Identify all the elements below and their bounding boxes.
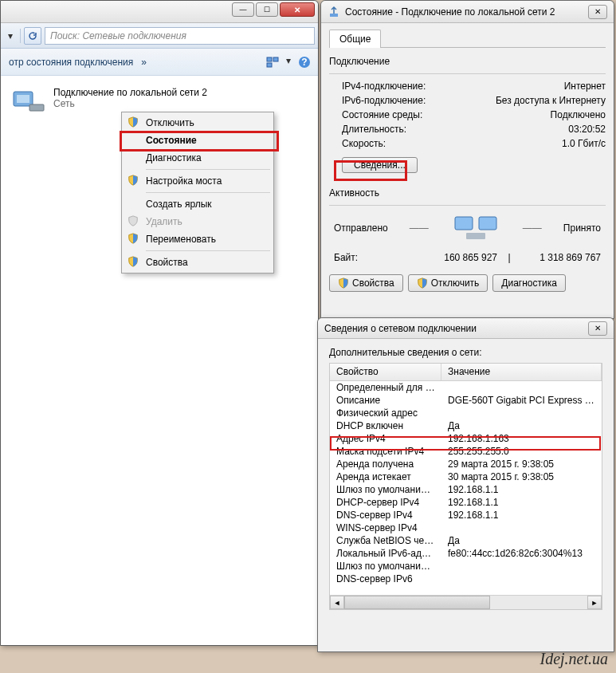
scroll-left-icon[interactable]: ◄: [330, 596, 344, 609]
row-value: [441, 382, 602, 393]
table-row[interactable]: WINS-сервер IPv4: [330, 521, 602, 534]
close-button[interactable]: ✕: [588, 5, 607, 19]
address-bar: ▾ Поиск: Сетевые подключения: [1, 23, 318, 49]
table-row[interactable]: Маска подсети IPv4255.255.255.0: [330, 445, 602, 458]
row-value: 192.168.1.1: [441, 497, 602, 508]
table-row[interactable]: DNS-сервер IPv6: [330, 573, 602, 585]
section-connection-label: Подключение: [329, 56, 606, 67]
menu-diagnostics[interactable]: Диагностика: [124, 149, 272, 167]
activity-header: Отправлено —— —— Принято: [334, 211, 601, 246]
row-property: DHCP-сервер IPv4: [330, 497, 441, 508]
row-value: Да: [441, 420, 602, 431]
shield-icon: [338, 277, 349, 289]
row-value: [441, 407, 602, 419]
details-titlebar: Сведения о сетевом подключении ✕: [318, 318, 614, 339]
disable-button[interactable]: Отключить: [408, 274, 488, 292]
properties-button[interactable]: Свойства: [329, 274, 403, 292]
menu-rename-label: Переименовать: [146, 234, 216, 245]
table-header: Свойство Значение: [330, 364, 602, 381]
speed-value: 1.0 Гбит/с: [562, 138, 606, 149]
ipv6-label: IPv6-подключение:: [342, 95, 426, 106]
view-dropdown-icon[interactable]: ▾: [286, 55, 291, 69]
close-button[interactable]: ✕: [588, 321, 607, 336]
diagnose-button[interactable]: Диагностика: [492, 274, 566, 292]
menu-separator: [146, 169, 270, 170]
kv-ipv4: IPv4-подключение:Интернет: [329, 79, 606, 93]
row-value: 29 марта 2015 г. 9:38:05: [441, 459, 602, 470]
row-property: Адрес IPv4: [330, 433, 441, 444]
details-window: Сведения о сетевом подключении ✕ Дополни…: [317, 317, 614, 652]
table-row[interactable]: DHCP-сервер IPv4192.168.1.1: [330, 496, 602, 509]
menu-diagnostics-label: Диагностика: [146, 152, 202, 163]
kv-ipv6: IPv6-подключение:Без доступа к Интернету: [329, 93, 606, 108]
table-row[interactable]: Шлюз по умолчанию IP...: [330, 560, 602, 573]
menu-status[interactable]: Состояние: [124, 132, 272, 149]
table-row[interactable]: Служба NetBIOS через...Да: [330, 534, 602, 547]
horizontal-scrollbar[interactable]: ◄ ►: [330, 595, 602, 609]
chevron-icon[interactable]: »: [141, 57, 147, 68]
scroll-track[interactable]: [344, 596, 587, 609]
menu-rename[interactable]: Переименовать: [124, 230, 272, 248]
col-property[interactable]: Свойство: [330, 364, 441, 380]
maximize-button[interactable]: [256, 2, 278, 17]
table-row[interactable]: Адрес IPv4192.168.1.163: [330, 432, 602, 445]
speed-label: Скорость:: [342, 138, 386, 149]
svg-rect-11: [466, 233, 485, 239]
row-property: Аренда истекает: [330, 471, 441, 482]
scroll-right-icon[interactable]: ►: [587, 596, 602, 609]
table-row[interactable]: ОписаниеDGE-560T Gigabit PCI Express Eth…: [330, 394, 602, 407]
svg-rect-0: [267, 57, 272, 61]
table-row[interactable]: DHCP включенДа: [330, 419, 602, 432]
watermark: Idej.net.ua: [539, 650, 608, 668]
network-status-icon: [328, 6, 340, 18]
shield-icon: [417, 277, 428, 289]
row-value: [441, 522, 602, 533]
context-menu: Отключить Состояние Диагностика Настройк…: [121, 112, 274, 274]
menu-bridge[interactable]: Настройка моста: [124, 172, 272, 190]
duration-value: 03:20:52: [568, 124, 606, 135]
row-property: WINS-сервер IPv4: [330, 522, 441, 533]
shield-icon: [128, 215, 140, 228]
details-body: Дополнительные сведения о сети: Свойство…: [318, 339, 614, 618]
recv-label: Принято: [563, 222, 601, 234]
explorer-window: ▾ Поиск: Сетевые подключения отр состоян…: [0, 0, 319, 646]
row-property: Описание: [330, 395, 441, 406]
menu-status-label: Состояние: [146, 135, 197, 146]
breadcrumb-dropdown-icon[interactable]: ▾: [4, 30, 17, 42]
table-row[interactable]: Локальный IPv6-адрес...fe80::44cc:1d26:8…: [330, 547, 602, 560]
view-options-icon[interactable]: [265, 55, 280, 69]
table-row[interactable]: DNS-сервер IPv4192.168.1.1: [330, 509, 602, 521]
menu-properties[interactable]: Свойства: [124, 254, 272, 271]
scroll-thumb[interactable]: [344, 596, 490, 609]
shield-icon: [128, 233, 140, 246]
section-activity-label: Активность: [329, 187, 606, 199]
table-row[interactable]: Физический адрес: [330, 407, 602, 419]
tab-bar: Общие: [329, 30, 606, 48]
view-status-button[interactable]: отр состояния подключения: [7, 57, 133, 68]
details-button[interactable]: Сведения...: [342, 157, 418, 173]
menu-shortcut[interactable]: Создать ярлык: [124, 195, 272, 213]
activity-panel: Отправлено —— —— Принято Байт: 160 865 9…: [329, 211, 606, 265]
status-title: Состояние - Подключение по локальной сет…: [345, 6, 583, 18]
table-row[interactable]: Аренда истекает30 марта 2015 г. 9:38:05: [330, 470, 602, 483]
minimize-button[interactable]: [232, 2, 254, 17]
table-row[interactable]: Шлюз по умолчанию IP...192.168.1.1: [330, 483, 602, 496]
menu-properties-label: Свойства: [146, 257, 188, 268]
activity-pcs-icon: [450, 211, 501, 246]
row-value: DGE-560T Gigabit PCI Express Ethernet A: [441, 395, 602, 406]
sent-label: Отправлено: [334, 222, 388, 234]
ipv6-value: Без доступа к Интернету: [496, 95, 606, 106]
bytes-sep: |: [501, 252, 517, 263]
close-button[interactable]: [280, 2, 315, 17]
search-placeholder: Поиск: Сетевые подключения: [50, 30, 186, 41]
menu-disable[interactable]: Отключить: [124, 114, 272, 132]
help-icon[interactable]: ?: [297, 55, 312, 69]
table-row[interactable]: Определенный для по...: [330, 381, 602, 394]
refresh-button[interactable]: [24, 27, 41, 45]
table-row[interactable]: Аренда получена29 марта 2015 г. 9:38:05: [330, 458, 602, 470]
col-value[interactable]: Значение: [441, 364, 602, 380]
menu-separator: [146, 192, 270, 193]
row-property: DNS-сервер IPv6: [330, 573, 441, 584]
tab-general[interactable]: Общие: [329, 30, 381, 48]
search-input[interactable]: Поиск: Сетевые подключения: [45, 27, 315, 45]
